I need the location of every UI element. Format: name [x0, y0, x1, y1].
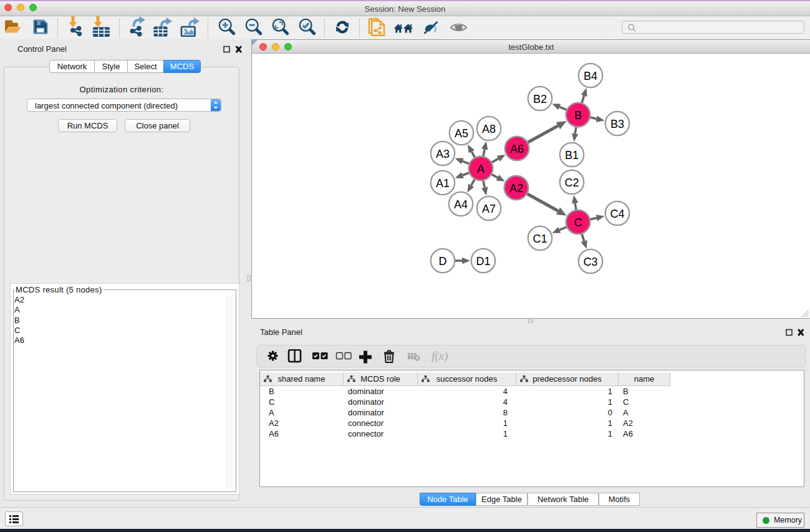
svg-text:A: A — [477, 163, 485, 175]
svg-text:C: C — [574, 216, 582, 229]
svg-text:A1: A1 — [436, 177, 450, 190]
svg-text:B: B — [574, 109, 582, 122]
svg-text:A6: A6 — [510, 143, 524, 155]
svg-text:C3: C3 — [583, 256, 597, 268]
svg-text:A8: A8 — [482, 123, 496, 135]
svg-text:D1: D1 — [476, 255, 490, 268]
svg-text:C4: C4 — [610, 208, 624, 220]
svg-text:B4: B4 — [584, 70, 597, 82]
svg-text:f(x): f(x) — [432, 349, 448, 363]
svg-text:B3: B3 — [610, 118, 624, 130]
svg-text:A4: A4 — [454, 198, 468, 211]
svg-text:A3: A3 — [436, 148, 450, 160]
svg-text:A7: A7 — [482, 203, 496, 215]
svg-text:A2: A2 — [509, 182, 523, 195]
svg-text:A5: A5 — [455, 127, 468, 140]
svg-text:C1: C1 — [533, 233, 547, 245]
svg-text:B1: B1 — [565, 149, 579, 162]
svg-text:D: D — [439, 255, 447, 268]
svg-text:B2: B2 — [533, 93, 547, 105]
svg-text:C2: C2 — [564, 177, 579, 189]
